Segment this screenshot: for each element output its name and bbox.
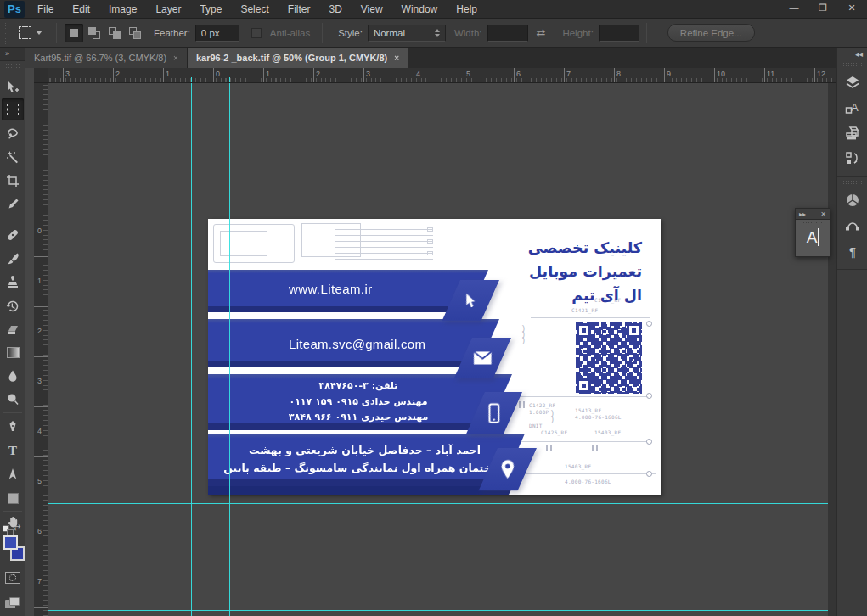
guide-vertical[interactable] xyxy=(650,83,650,616)
history-brush-tool[interactable] xyxy=(2,295,24,317)
move-tool[interactable] xyxy=(2,76,24,98)
phone-lines: تلفن: ۳-۳۸۴۷۶۵۰ مهندس حدادی ۰۹۱۵ ۱۵۹ ۰۱۱… xyxy=(218,378,498,426)
eraser-tool[interactable] xyxy=(2,319,24,341)
guide-vertical[interactable] xyxy=(191,83,192,616)
photoshop-logo: Ps xyxy=(4,1,25,18)
height-input[interactable] xyxy=(599,25,639,42)
restore-icon[interactable]: ❐ xyxy=(814,2,831,14)
menu-window[interactable]: Window xyxy=(392,1,448,18)
floating-panel-header[interactable]: ▸▸ ✕ xyxy=(795,208,830,220)
layers-panel-icon[interactable] xyxy=(837,70,867,95)
menu-select[interactable]: Select xyxy=(231,1,278,18)
magic-wand-tool[interactable] xyxy=(2,146,24,168)
tab-label: Kart95.tif @ 66.7% (3, CMYK/8) xyxy=(34,53,166,63)
paths-panel-icon[interactable] xyxy=(837,213,867,238)
ruler-corner[interactable] xyxy=(34,68,48,83)
swap-colors-icon[interactable]: ⇄ xyxy=(14,523,20,532)
schematic-line xyxy=(335,235,433,236)
intersect-selection-button[interactable] xyxy=(126,24,144,42)
subtract-selection-button[interactable] xyxy=(105,24,124,42)
ruler-number: 5 xyxy=(37,477,42,485)
pen-icon xyxy=(6,420,20,434)
dodge-tool[interactable] xyxy=(2,389,24,411)
gradient-tool[interactable] xyxy=(2,341,24,363)
foreground-color-swatch[interactable] xyxy=(3,535,18,550)
tab-close-icon[interactable]: × xyxy=(173,53,178,63)
screen-mode-button[interactable] xyxy=(5,597,20,610)
character-panel-icon[interactable]: A xyxy=(807,225,819,250)
expand-panel-icon[interactable]: ▸▸ xyxy=(799,210,806,218)
tool-options-bar: Feather: Anti-alias Style: Normal Width:… xyxy=(0,19,867,48)
style-dropdown[interactable]: Normal xyxy=(368,25,446,42)
guide-horizontal[interactable] xyxy=(48,503,828,504)
spot-healing-brush-tool[interactable] xyxy=(2,224,24,246)
schematic-label: 4.000-76-1606L xyxy=(575,414,622,420)
refine-edge-button[interactable]: Refine Edge... xyxy=(667,24,755,42)
color-panel-icon[interactable] xyxy=(837,188,867,213)
style-label: Style: xyxy=(338,28,363,38)
brush-tool[interactable] xyxy=(2,248,24,270)
toolbar-collapse-button[interactable]: » xyxy=(0,48,25,61)
path-selection-tool[interactable] xyxy=(2,463,24,485)
pen-tool[interactable] xyxy=(2,416,24,438)
horizontal-ruler[interactable]: 3 2 1 0 1 2 3 4 5 6 7 8 9 10 11 12 xyxy=(48,68,836,83)
swap-dimensions-icon[interactable]: ⇄ xyxy=(537,26,546,39)
tab-close-icon[interactable]: × xyxy=(394,53,399,63)
type-icon: T xyxy=(8,444,17,458)
rectangle-tool[interactable] xyxy=(2,487,24,509)
schematic-coil: ))) xyxy=(522,326,530,344)
floating-panel-body[interactable]: A xyxy=(795,220,830,257)
guide-marker xyxy=(650,77,650,82)
separator xyxy=(322,23,323,43)
materials-panel-icon[interactable] xyxy=(837,120,867,146)
dock-collapse-button[interactable]: ◂◂ xyxy=(837,48,867,59)
eyedropper-tool[interactable] xyxy=(2,193,24,216)
business-card-document[interactable]: C1421_RF C1423_RF ))) C1422_RF 1.000P DN… xyxy=(208,219,661,495)
menu-type[interactable]: Type xyxy=(190,1,231,18)
minimize-icon[interactable]: — xyxy=(785,2,802,14)
blur-tool[interactable] xyxy=(2,365,24,387)
clone-stamp-tool[interactable] xyxy=(2,272,24,294)
add-selection-button[interactable] xyxy=(85,24,104,42)
rectangular-marquee-tool[interactable] xyxy=(2,98,24,120)
document-tab[interactable]: Kart95.tif @ 66.7% (3, CMYK/8) × xyxy=(25,48,188,68)
paragraph-panel-icon[interactable]: ¶ xyxy=(837,238,867,264)
menu-help[interactable]: Help xyxy=(447,1,487,18)
schematic-capacitor xyxy=(519,401,525,408)
menu-edit[interactable]: Edit xyxy=(63,1,99,18)
vertical-ruler[interactable]: 0 1 2 3 4 5 6 7 xyxy=(34,83,48,616)
menu-3d[interactable]: 3D xyxy=(319,1,351,18)
document-tab-active[interactable]: kar96-2 _back.tif @ 50% (Group 1, CMYK/8… xyxy=(188,48,408,68)
type-tool[interactable]: T xyxy=(2,440,24,462)
character-styles-panel-icon[interactable]: A xyxy=(837,95,867,120)
schematic-line xyxy=(507,396,650,397)
close-panel-icon[interactable]: ✕ xyxy=(820,210,826,218)
quick-mask-button[interactable] xyxy=(5,572,20,584)
lasso-tool[interactable] xyxy=(2,122,24,144)
ruler-number: 3 xyxy=(366,70,370,78)
separator xyxy=(3,412,22,413)
new-selection-button[interactable] xyxy=(65,24,83,42)
separator xyxy=(3,221,22,221)
guide-vertical[interactable] xyxy=(229,83,230,616)
menu-image[interactable]: Image xyxy=(99,1,146,18)
menu-view[interactable]: View xyxy=(352,1,392,18)
schematic-line xyxy=(335,247,433,248)
schematic-line xyxy=(335,241,433,242)
guide-horizontal[interactable] xyxy=(48,610,828,611)
tool-preset-picker[interactable] xyxy=(12,26,49,39)
feather-input[interactable] xyxy=(195,25,239,42)
layer-comps-panel-icon[interactable] xyxy=(837,146,867,171)
ruler-number: 2 xyxy=(37,327,42,335)
menu-filter[interactable]: Filter xyxy=(279,1,320,18)
close-icon[interactable]: ✕ xyxy=(843,2,860,14)
crop-tool[interactable] xyxy=(2,170,24,192)
width-input[interactable] xyxy=(487,25,528,42)
dock-grip xyxy=(842,180,862,185)
anti-alias-checkbox[interactable] xyxy=(251,28,262,38)
canvas-area[interactable]: C1421_RF C1423_RF ))) C1422_RF 1.000P DN… xyxy=(48,83,828,616)
ruler-number: 1 xyxy=(37,277,42,285)
menu-layer[interactable]: Layer xyxy=(146,1,190,18)
ruler-number: 0 xyxy=(216,70,220,78)
menu-file[interactable]: File xyxy=(28,1,63,18)
